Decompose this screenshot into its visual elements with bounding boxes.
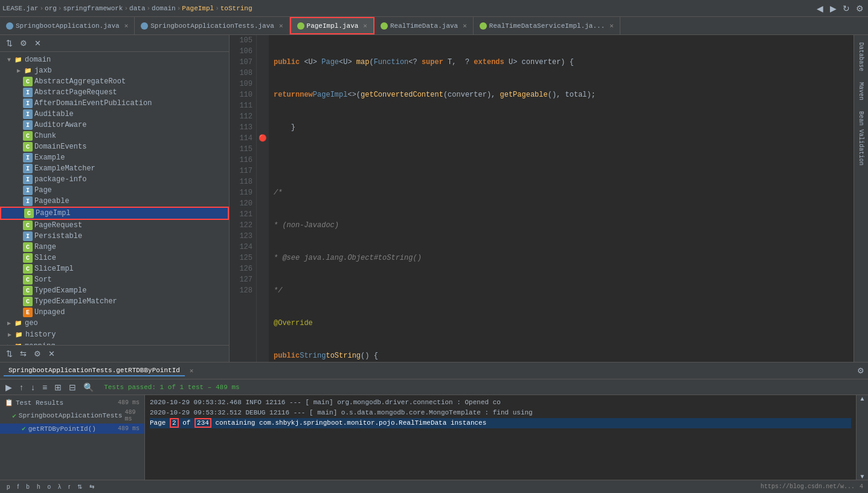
test-run-btn[interactable]: ▶: [4, 381, 14, 393]
sidebar-item-geo[interactable]: ▶ 📁 geo: [0, 318, 229, 329]
status-f-btn[interactable]: f: [16, 483, 21, 490]
interface-icon-package-info: I: [23, 175, 33, 184]
status-arrows-btn[interactable]: ⇅: [76, 483, 84, 490]
nav-menu-btn[interactable]: ⚙: [854, 2, 866, 14]
sidebar-item-abstractpagerequest[interactable]: I AbstractPageRequest: [0, 87, 229, 98]
tab-pageimpl[interactable]: PageImpl.java ✕: [290, 17, 375, 34]
tab-close-realtime-data[interactable]: ✕: [463, 22, 467, 30]
test-search-btn[interactable]: 🔍: [82, 381, 95, 393]
sidebar-item-pagerequest[interactable]: C PageRequest: [0, 220, 229, 231]
sidebar-item-sliceimpl[interactable]: C SliceImpl: [0, 263, 229, 274]
nav-back-btn[interactable]: ◀: [814, 2, 826, 14]
sidebar-bottom-settings[interactable]: ⚙: [31, 348, 43, 359]
class-icon-typedexamplematcher: C: [23, 297, 33, 306]
right-sidebar-database[interactable]: Database: [857, 37, 866, 76]
sidebar-item-examplematcher[interactable]: I ExampleMatcher: [0, 163, 229, 174]
status-b-btn[interactable]: b: [24, 483, 31, 490]
project-sidebar: ⇅ ⚙ ✕ ▼ 📁 domain ▶ 📁 jaxb C A: [0, 35, 230, 362]
status-o-btn[interactable]: o: [45, 483, 53, 490]
test-tree-root[interactable]: 📋 Test Results 489 ms: [0, 398, 144, 408]
sidebar-bottom-btn1[interactable]: ⇅: [4, 348, 15, 359]
sidebar-item-typedexamplematcher[interactable]: C TypedExampleMatcher: [0, 296, 229, 307]
sidebar-bottom-close[interactable]: ✕: [46, 348, 57, 359]
tab-close-springboot-tests[interactable]: ✕: [279, 22, 283, 30]
sidebar-item-domain[interactable]: ▼ 📁 domain: [0, 54, 229, 65]
test-collapse-btn[interactable]: ⊟: [67, 381, 78, 393]
console-scrollbar[interactable]: ▲ ▼: [856, 395, 868, 480]
sidebar-item-mapping[interactable]: ▶ 📁 mapping: [0, 341, 229, 345]
scroll-up-btn[interactable]: ▲: [860, 395, 866, 402]
sidebar-bottom-btn2[interactable]: ⇆: [18, 348, 29, 359]
tab-label-realtime-service: RealTimeDataServiceImpl.ja...: [489, 22, 605, 30]
status-p-btn[interactable]: p: [5, 483, 12, 490]
interface-icon-pageable: I: [23, 196, 33, 206]
tab-label-springboot-app: SpringbootApplication.java: [16, 22, 120, 30]
sidebar-item-pageimpl[interactable]: C PageImpl: [0, 207, 229, 220]
console-line-1: 2020-10-29 09:53:32.468 INFO 12116 --- […: [150, 398, 851, 408]
sidebar-label-auditoraware: AuditorAware: [34, 121, 86, 129]
sidebar-item-package-info[interactable]: I package-info: [0, 174, 229, 185]
breadcrumb-org[interactable]: org: [45, 5, 57, 12]
test-class-duration: 489 ms: [124, 409, 140, 422]
sidebar-item-sort[interactable]: C Sort: [0, 274, 229, 285]
nav-forward-btn[interactable]: ▶: [827, 2, 839, 14]
breadcrumb-lease[interactable]: LEASE.jar: [2, 5, 38, 12]
breadcrumb-springframework[interactable]: springframework: [63, 5, 123, 12]
sidebar-item-page[interactable]: I Page: [0, 185, 229, 196]
breadcrumb-tostring[interactable]: toString: [220, 5, 252, 12]
status-r-btn[interactable]: r: [66, 483, 72, 490]
sidebar-item-persistable[interactable]: I Persistable: [0, 231, 229, 242]
tab-springboot-tests[interactable]: SpringbootApplicationTests.java ✕: [135, 17, 289, 34]
code-line-114: public String toString() {: [274, 350, 854, 361]
bottom-tab-tests[interactable]: SpringbootApplicationTests.getRTDBByPoin…: [4, 366, 185, 376]
tab-realtime-service[interactable]: RealTimeDataServiceImpl.ja... ✕: [474, 17, 620, 34]
test-expand-btn[interactable]: ⊞: [53, 381, 63, 393]
sidebar-item-abstractaggregateroot[interactable]: C AbstractAggregateRoot: [0, 76, 229, 87]
test-sort-desc-btn[interactable]: ↓: [29, 381, 37, 393]
code-area[interactable]: 105106107108 109110111112 113114115116 1…: [230, 35, 854, 362]
nav-refresh-btn[interactable]: ↻: [840, 2, 852, 14]
test-sort-asc-btn[interactable]: ↑: [18, 381, 25, 393]
breadcrumb-pageimpl[interactable]: PageImpl: [182, 5, 214, 12]
bottom-settings-btn[interactable]: ⚙: [857, 366, 864, 375]
tab-close-pageimpl[interactable]: ✕: [363, 22, 367, 30]
sidebar-item-slice[interactable]: C Slice: [0, 253, 229, 263]
code-line-112: */: [274, 285, 854, 296]
sidebar-item-unpaged[interactable]: E Unpaged: [0, 307, 229, 318]
right-sidebar-bean-validation[interactable]: Bean Validation: [857, 106, 866, 170]
sidebar-label-sliceimpl: SliceImpl: [34, 265, 74, 273]
sidebar-item-example[interactable]: I Example: [0, 152, 229, 163]
breadcrumb-data[interactable]: data: [129, 5, 145, 12]
status-h-btn[interactable]: h: [35, 483, 42, 490]
test-class-label: SpringbootApplicationTests: [19, 412, 123, 419]
sidebar-settings-btn[interactable]: ⚙: [18, 37, 30, 49]
scroll-down-btn[interactable]: ▼: [860, 473, 866, 480]
sidebar-item-history[interactable]: ▶ 📁 history: [0, 329, 229, 341]
sidebar-item-chunk[interactable]: C Chunk: [0, 130, 229, 141]
bottom-tab-close[interactable]: ✕: [190, 367, 194, 375]
sidebar-item-pageable[interactable]: I Pageable: [0, 196, 229, 207]
breadcrumb-domain[interactable]: domain: [152, 5, 176, 12]
tab-springboot-app[interactable]: SpringbootApplication.java ✕: [0, 17, 135, 34]
sidebar-item-auditoraware[interactable]: I AuditorAware: [0, 120, 229, 130]
sidebar-item-jaxb[interactable]: ▶ 📁 jaxb: [0, 65, 229, 76]
sidebar-item-afterdomaineventpublication[interactable]: I AfterDomainEventPublication: [0, 98, 229, 109]
code-content[interactable]: public <U> Page<U> map(Function<? super …: [269, 35, 854, 362]
sidebar-item-typedexample[interactable]: C TypedExample: [0, 285, 229, 296]
sidebar-close-btn[interactable]: ✕: [32, 37, 43, 49]
tab-close-springboot-app[interactable]: ✕: [124, 22, 129, 30]
test-filter-btn[interactable]: ≡: [40, 381, 49, 393]
test-tree-class[interactable]: ✔ SpringbootApplicationTests 489 ms: [0, 408, 144, 424]
sidebar-expand-btn[interactable]: ⇅: [4, 37, 15, 49]
tab-icon-realtime-service: [480, 22, 487, 30]
test-tree-method[interactable]: ✔ getRTDByPointId() 489 ms: [0, 424, 144, 434]
tab-close-realtime-service[interactable]: ✕: [609, 22, 614, 30]
status-lambda-btn[interactable]: λ: [56, 483, 63, 490]
sidebar-item-range[interactable]: C Range: [0, 242, 229, 253]
status-arrows2-btn[interactable]: ⇆: [88, 483, 96, 490]
sidebar-item-domainevents[interactable]: C DomainEvents: [0, 141, 229, 152]
line-numbers: 105106107108 109110111112 113114115116 1…: [230, 35, 257, 362]
sidebar-item-auditable[interactable]: I Auditable: [0, 109, 229, 120]
tab-realtime-data[interactable]: RealTimeData.java ✕: [375, 17, 474, 34]
right-sidebar-maven[interactable]: Maven: [857, 77, 866, 105]
